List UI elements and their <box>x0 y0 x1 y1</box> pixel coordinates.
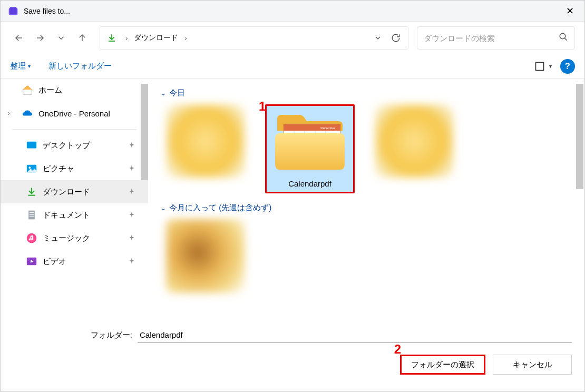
app-icon <box>8 6 18 16</box>
svg-text:December: December <box>320 126 335 130</box>
annotation-1: 1 <box>259 99 266 114</box>
sidebar-item-documents[interactable]: ドキュメント <box>1 203 148 227</box>
window-title: Save files to... <box>24 7 555 15</box>
chevron-right-icon[interactable]: › <box>8 110 10 117</box>
cancel-button[interactable]: キャンセル <box>493 355 572 375</box>
svg-rect-16 <box>30 212 34 213</box>
refresh-button[interactable] <box>387 29 405 47</box>
back-button[interactable] <box>10 29 28 47</box>
pin-icon <box>128 211 142 220</box>
address-bar[interactable]: › ダウンロード › <box>100 26 408 50</box>
select-folder-button[interactable]: フォルダーの選択 <box>400 355 485 375</box>
group-header-month[interactable]: ⌄ 今月に入って (先週は含めず) <box>161 203 578 213</box>
download-icon <box>105 33 118 43</box>
pin-icon <box>128 257 142 266</box>
folder-icon: December <box>273 110 347 173</box>
help-button[interactable]: ? <box>560 59 575 74</box>
svg-point-12 <box>29 166 31 169</box>
sidebar-item-label: ホーム <box>38 85 62 95</box>
annotation-2: 2 <box>394 342 401 357</box>
group-header-today[interactable]: ⌄ 今日 <box>161 88 578 98</box>
up-button[interactable] <box>73 29 91 47</box>
folder-name-input[interactable] <box>138 327 572 343</box>
button-label: キャンセル <box>513 360 552 369</box>
new-folder-label: 新しいフォルダー <box>48 61 112 71</box>
sidebar-item-label: OneDrive - Personal <box>38 109 110 118</box>
list-item[interactable] <box>369 104 459 193</box>
svg-point-7 <box>560 33 565 39</box>
svg-point-19 <box>27 233 36 243</box>
nav-bar: › ダウンロード › <box>1 22 584 54</box>
search-input[interactable] <box>424 34 559 43</box>
sidebar-item-label: ミュージック <box>43 233 90 243</box>
chevron-down-icon: ⌄ <box>161 204 166 212</box>
divider <box>12 129 136 130</box>
list-item[interactable] <box>161 104 250 193</box>
view-icon <box>534 61 545 72</box>
forward-button[interactable] <box>31 29 49 47</box>
sidebar-item-onedrive[interactable]: › OneDrive - Personal <box>1 102 148 125</box>
video-icon <box>26 256 37 267</box>
sidebar-item-pictures[interactable]: ピクチャ <box>1 157 148 180</box>
sidebar-item-desktop[interactable]: デスクトップ <box>1 134 148 157</box>
footer: フォルダー: 2 フォルダーの選択 キャンセル <box>1 321 584 386</box>
folder-icon <box>166 219 245 293</box>
svg-rect-9 <box>536 62 544 70</box>
recent-dropdown[interactable] <box>52 29 70 47</box>
sidebar-item-music[interactable]: ミュージック <box>1 227 148 250</box>
folder-name-label: フォルダー: <box>13 330 132 340</box>
close-button[interactable]: ✕ <box>555 1 584 22</box>
history-dropdown[interactable] <box>369 29 387 47</box>
item-name: Calendarpdf <box>265 179 355 188</box>
sidebar: ホーム › OneDrive - Personal デスクトップ ピクチャ ダウ… <box>1 79 148 321</box>
breadcrumb-item[interactable]: ダウンロード <box>132 32 180 44</box>
pin-icon <box>128 234 142 243</box>
chevron-down-icon: ▾ <box>549 63 552 69</box>
view-menu[interactable]: ▾ <box>534 61 552 72</box>
search-box[interactable] <box>417 26 575 50</box>
sidebar-item-home[interactable]: ホーム <box>1 79 148 102</box>
folder-icon <box>375 104 454 178</box>
svg-line-8 <box>564 38 567 41</box>
svg-rect-10 <box>27 142 36 149</box>
group-label: 今月に入って (先週は含めず) <box>169 203 271 213</box>
group-label: 今日 <box>169 88 185 98</box>
svg-rect-17 <box>30 214 34 214</box>
sidebar-item-label: ダウンロード <box>43 187 90 197</box>
sidebar-item-label: デスクトップ <box>43 141 90 151</box>
svg-rect-1 <box>9 7 16 14</box>
svg-rect-15 <box>28 211 35 220</box>
content-pane[interactable]: ⌄ 今日 1 December <box>148 79 584 321</box>
sidebar-item-videos[interactable]: ビデオ <box>1 250 148 273</box>
folder-icon <box>166 104 245 178</box>
help-icon: ? <box>565 62 570 71</box>
toolbar: 整理 ▾ 新しいフォルダー ▾ ? <box>1 54 584 79</box>
chevron-down-icon: ▾ <box>28 63 31 69</box>
sidebar-item-label: ピクチャ <box>43 164 74 174</box>
organize-menu[interactable]: 整理 ▾ <box>10 61 31 71</box>
home-icon <box>22 84 33 96</box>
list-item[interactable] <box>161 219 250 293</box>
organize-label: 整理 <box>10 61 26 71</box>
document-icon <box>26 209 37 221</box>
new-folder-button[interactable]: 新しいフォルダー <box>48 61 112 71</box>
button-label: フォルダーの選択 <box>411 360 474 369</box>
music-icon <box>26 232 37 244</box>
onedrive-icon <box>22 107 33 119</box>
svg-rect-18 <box>30 216 34 217</box>
title-bar: Save files to... ✕ <box>1 1 584 22</box>
chevron-right-icon: › <box>180 34 191 42</box>
sidebar-item-downloads[interactable]: ダウンロード <box>1 180 148 203</box>
desktop-icon <box>26 140 37 151</box>
sidebar-item-label: ビデオ <box>43 257 66 267</box>
list-item[interactable]: December Calendarpdf <box>265 104 355 193</box>
chevron-down-icon: ⌄ <box>161 90 166 97</box>
pin-icon <box>128 164 142 173</box>
sidebar-item-label: ドキュメント <box>43 210 90 220</box>
search-icon[interactable] <box>559 32 568 44</box>
pin-icon <box>128 188 142 197</box>
download-icon <box>26 186 37 198</box>
chevron-right-icon: › <box>121 34 132 42</box>
close-icon: ✕ <box>566 5 574 17</box>
pin-icon <box>128 141 142 150</box>
